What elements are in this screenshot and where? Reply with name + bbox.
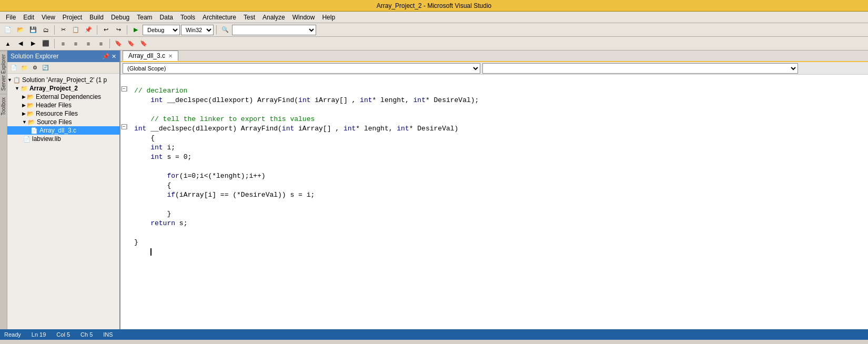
tb-btn8[interactable]: ≡ bbox=[95, 38, 107, 49]
menu-item-team[interactable]: Team bbox=[133, 13, 156, 22]
tree-expand-btn[interactable]: ▶ bbox=[22, 103, 26, 108]
status-bar: Ready Ln 19 Col 5 Ch 5 INS bbox=[0, 329, 868, 340]
menu-item-help[interactable]: Help bbox=[318, 13, 339, 22]
tb-btn4[interactable]: ⬛ bbox=[40, 38, 52, 49]
collapse-btn[interactable]: − bbox=[122, 86, 127, 92]
tree-node-icon: 📂 bbox=[27, 102, 34, 109]
line-text[interactable]: } bbox=[130, 238, 138, 247]
close-solution-btn[interactable]: ✕ bbox=[112, 53, 116, 60]
sol-props-btn[interactable]: ⚙ bbox=[30, 63, 39, 73]
platform-select[interactable]: Win32 x64 bbox=[181, 25, 214, 35]
code-line bbox=[120, 247, 868, 257]
tree-node-icon: 📋 bbox=[13, 77, 21, 84]
undo-btn[interactable]: ↩ bbox=[100, 24, 112, 36]
line-text[interactable]: // declearion bbox=[130, 86, 187, 96]
new-btn[interactable]: 📄 bbox=[2, 24, 14, 36]
scope-bar: (Global Scope) bbox=[120, 62, 868, 75]
pin-icon[interactable]: 📌 bbox=[102, 53, 109, 60]
tb-btn7[interactable]: ≡ bbox=[83, 38, 94, 49]
tree-label: labview.lib bbox=[32, 135, 61, 143]
open-btn[interactable]: 📂 bbox=[15, 24, 26, 36]
tree-expand-btn[interactable]: ▼ bbox=[7, 77, 12, 83]
menu-item-tools[interactable]: Tools bbox=[177, 13, 199, 22]
line-text[interactable]: int s = 0; bbox=[130, 153, 191, 162]
tab-close-btn[interactable]: ✕ bbox=[168, 53, 173, 59]
copy-btn[interactable]: 📋 bbox=[70, 24, 82, 36]
redo-btn[interactable]: ↪ bbox=[113, 24, 124, 36]
cut-btn[interactable]: ✂ bbox=[57, 24, 69, 36]
menu-item-file[interactable]: File bbox=[2, 13, 19, 22]
tree-item[interactable]: ▼📋Solution 'Array_Project_2' (1 p bbox=[7, 76, 119, 84]
save-all-btn[interactable]: 🗂 bbox=[40, 24, 52, 36]
tb-btn3[interactable]: ▶ bbox=[27, 38, 39, 49]
tree-item[interactable]: ▼📂Source Files bbox=[7, 118, 119, 126]
tb-btn6[interactable]: ≡ bbox=[70, 38, 82, 49]
tb-btn9[interactable]: 🔖 bbox=[113, 38, 124, 49]
code-line: { bbox=[120, 181, 868, 190]
scope-select[interactable]: (Global Scope) bbox=[123, 63, 480, 74]
tree-expand-btn[interactable]: ▶ bbox=[22, 111, 26, 116]
line-text[interactable]: for(i=0;i<(*lenght);i++) bbox=[130, 171, 266, 181]
status-ins: INS bbox=[103, 331, 113, 338]
toolbox-tab[interactable]: Toolbox bbox=[0, 94, 7, 118]
menu-item-test[interactable]: Test bbox=[240, 13, 259, 22]
tree-expand-btn[interactable]: ▼ bbox=[15, 86, 19, 91]
tree-item[interactable]: ▶📂Resource Files bbox=[7, 109, 119, 118]
menu-item-analyze[interactable]: Analyze bbox=[259, 13, 289, 22]
tree-item[interactable]: ▶📂Header Files bbox=[7, 101, 119, 109]
line-text[interactable]: int __declspec(dllexport) ArrayFind(int … bbox=[130, 96, 479, 105]
menu-item-project[interactable]: Project bbox=[59, 13, 86, 22]
tb-btn5[interactable]: ≡ bbox=[57, 38, 69, 49]
tree-item[interactable]: 📄Array_dll_3.c bbox=[7, 126, 119, 135]
server-explorer-tab[interactable]: Server Explorer bbox=[0, 50, 7, 94]
tree-expand-btn[interactable]: ▶ bbox=[22, 94, 26, 99]
tree-label: Array_dll_3.c bbox=[39, 127, 76, 134]
run-btn[interactable]: ▶ bbox=[130, 24, 142, 36]
line-text[interactable]: { bbox=[130, 134, 155, 143]
search-btn[interactable]: 🔍 bbox=[219, 24, 231, 36]
tree-item[interactable]: ▶📂External Dependencies bbox=[7, 93, 119, 101]
tb-btn10[interactable]: 🔖 bbox=[125, 38, 137, 49]
line-text[interactable]: { bbox=[130, 181, 171, 190]
line-text[interactable]: int __declspec(dllexport) ArrayFind(int … bbox=[130, 124, 458, 134]
tree-item[interactable]: 📄labview.lib bbox=[7, 135, 119, 143]
tb-btn2[interactable]: ◀ bbox=[15, 38, 26, 49]
line-text[interactable]: return s; bbox=[130, 219, 187, 228]
editor-tab-active[interactable]: Array_dll_3.c ✕ bbox=[123, 50, 178, 61]
tree-node-icon: 📄 bbox=[23, 136, 31, 143]
sep2 bbox=[97, 25, 97, 35]
menu-item-view[interactable]: View bbox=[38, 13, 59, 22]
code-line bbox=[120, 200, 868, 209]
line-text[interactable]: // tell the linker to export this values bbox=[130, 115, 315, 124]
solution-toolbar: 📄 📁 ⚙ 🔄 bbox=[7, 62, 119, 74]
save-btn[interactable]: 💾 bbox=[27, 24, 39, 36]
menu-item-architecture[interactable]: Architecture bbox=[199, 13, 240, 22]
line-text[interactable]: int i; bbox=[130, 143, 175, 153]
sol-refresh-btn[interactable]: 🔄 bbox=[41, 63, 50, 73]
solution-explorer-title: Solution Explorer bbox=[11, 53, 58, 60]
menu-item-build[interactable]: Build bbox=[86, 13, 107, 22]
line-text[interactable]: if(iArray[i] == (*DesireVal)) s = i; bbox=[130, 190, 315, 200]
menu-item-edit[interactable]: Edit bbox=[19, 13, 38, 22]
line-text[interactable] bbox=[130, 247, 152, 257]
paste-btn[interactable]: 📌 bbox=[83, 24, 94, 36]
tb-btn1[interactable]: ▲ bbox=[2, 38, 14, 49]
solution-explorer-header: Solution Explorer 📌 ✕ bbox=[7, 50, 119, 62]
tree-expand-btn[interactable]: ▼ bbox=[22, 119, 27, 125]
tree-label: Solution 'Array_Project_2' (1 p bbox=[22, 76, 107, 84]
sol-folder-btn[interactable]: 📁 bbox=[19, 63, 29, 73]
tree-item[interactable]: ▼📁Array_Project_2 bbox=[7, 84, 119, 93]
menu-item-data[interactable]: Data bbox=[156, 13, 177, 22]
line-text[interactable]: } bbox=[130, 209, 171, 219]
search-combo[interactable] bbox=[232, 25, 316, 35]
code-editor[interactable]: −// declearion int __declspec(dllexport)… bbox=[120, 75, 868, 329]
menu-item-debug[interactable]: Debug bbox=[107, 13, 133, 22]
sep6 bbox=[109, 39, 110, 48]
sol-new-btn[interactable]: 📄 bbox=[9, 63, 18, 73]
tb-btn11[interactable]: 🔖 bbox=[138, 38, 149, 49]
collapse-btn[interactable]: − bbox=[122, 124, 127, 129]
member-select[interactable] bbox=[482, 63, 798, 74]
menu-item-window[interactable]: Window bbox=[289, 13, 319, 22]
debug-mode-select[interactable]: Debug Release bbox=[143, 25, 180, 35]
tree-node-icon: 📁 bbox=[21, 85, 28, 92]
